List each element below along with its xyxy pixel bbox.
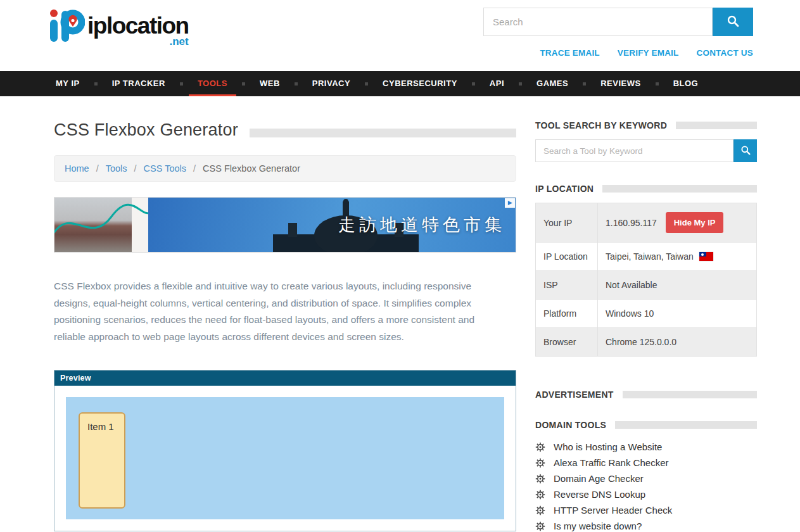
ip-location-value: Taipei, Taiwan, Taiwan	[606, 251, 694, 262]
nav-separator	[583, 82, 586, 86]
main-nav: MY IP IP TRACKER TOOLS WEB PRIVACY CYBER…	[0, 71, 800, 96]
domain-tool-link-reverse-dns[interactable]: Reverse DNS Lookup	[554, 489, 645, 500]
ad-main-image: 走訪地道特色市集	[148, 198, 516, 252]
table-row: ISP Not Available	[536, 271, 757, 300]
logo-wordmark: iplocation	[87, 13, 189, 39]
domain-tools-heading-text: DOMAIN TOOLS	[535, 420, 606, 430]
tool-description: CSS Flexbox provides a flexible and intu…	[54, 278, 501, 346]
title-row: CSS Flexbox Generator	[54, 120, 516, 140]
domain-tools-list: Who is Hosting a Website A	[535, 441, 757, 532]
breadcrumb-tools[interactable]: Tools	[89, 163, 127, 174]
title-decoration-bar	[250, 129, 516, 137]
gear-icon	[535, 521, 545, 531]
nav-separator	[472, 82, 475, 86]
nav-item-tools[interactable]: TOOLS	[189, 71, 236, 96]
nav-item-my-ip[interactable]: MY IP	[47, 71, 89, 96]
table-row: Browser Chrome 125.0.0.0	[536, 328, 757, 357]
domain-tool-link-hosting[interactable]: Who is Hosting a Website	[554, 441, 662, 452]
domain-tool-link-alexa[interactable]: Alexa Traffic Rank Checker	[554, 457, 668, 468]
header-search-input[interactable]	[483, 8, 713, 36]
contact-us-link[interactable]: CONTACT US	[697, 48, 754, 58]
gear-icon	[535, 442, 545, 452]
heading-decoration-bar	[623, 391, 757, 398]
nav-item-privacy[interactable]: PRIVACY	[303, 71, 359, 96]
nav-item-blog[interactable]: BLOG	[664, 71, 708, 96]
row-label: Platform	[536, 300, 598, 328]
domain-tool-link-domain-age[interactable]: Domain Age Checker	[554, 473, 644, 484]
gear-icon	[535, 474, 545, 484]
nav-item-api[interactable]: API	[481, 71, 513, 96]
row-label: Browser	[536, 328, 598, 357]
preview-body: Item 1	[54, 386, 516, 531]
domain-tool-link-http-header[interactable]: HTTP Server Header Check	[554, 505, 672, 516]
list-item: Reverse DNS Lookup	[535, 489, 757, 500]
sidebar: TOOL SEARCH BY KEYWORD IP LOCATION	[535, 120, 757, 532]
search-icon	[740, 145, 751, 157]
nav-separator	[94, 82, 98, 86]
trace-email-link[interactable]: TRACE EMAIL	[540, 48, 599, 58]
heading-decoration-bar	[615, 421, 757, 429]
table-row: IP Location Taipei, Taiwan, Taiwan	[536, 243, 757, 271]
nav-separator	[365, 82, 368, 86]
logo[interactable]: iplocation .net	[48, 6, 189, 49]
main-column: CSS Flexbox Generator Home Tools CSS Too…	[54, 120, 516, 532]
breadcrumb-home[interactable]: Home	[65, 163, 89, 174]
nav-item-reviews[interactable]: REVIEWS	[592, 71, 649, 96]
ip-location-heading-text: IP LOCATION	[535, 184, 594, 194]
ip-info-table: Your IP 1.160.95.117 Hide My IP IP Locat…	[535, 203, 757, 357]
site-header: iplocation .net TRACE EMAIL VERIFY EMAIL…	[0, 0, 800, 71]
nav-item-games[interactable]: GAMES	[528, 71, 577, 96]
gear-icon	[535, 458, 545, 468]
nav-item-web[interactable]: WEB	[251, 71, 289, 96]
gear-icon	[535, 505, 545, 516]
preview-panel: Preview Item 1	[54, 370, 516, 531]
table-row: Your IP 1.160.95.117 Hide My IP	[536, 203, 757, 243]
header-search-button[interactable]	[713, 8, 753, 36]
domain-tool-link-website-down[interactable]: Is my website down?	[554, 521, 642, 531]
tool-search-button[interactable]	[733, 139, 757, 162]
domain-tools-heading: DOMAIN TOOLS	[535, 420, 757, 430]
row-value: Taipei, Taiwan, Taiwan	[598, 243, 757, 271]
ip-location-heading: IP LOCATION	[535, 184, 757, 194]
ad-info-icon[interactable]	[505, 198, 515, 208]
hide-my-ip-button[interactable]: Hide My IP	[666, 212, 724, 233]
list-item: HTTP Server Header Check	[535, 505, 757, 516]
ad-banner[interactable]: 走訪地道特色市集	[54, 197, 516, 253]
nav-separator	[295, 82, 298, 86]
gear-icon	[535, 490, 545, 500]
flex-preview-container: Item 1	[66, 397, 504, 519]
flex-item-1[interactable]: Item 1	[79, 412, 125, 509]
preview-header: Preview	[54, 370, 516, 386]
nav-separator	[519, 82, 522, 86]
row-value: Chrome 125.0.0.0	[598, 328, 757, 357]
table-row: Platform Windows 10	[536, 300, 757, 328]
nav-separator	[180, 82, 183, 86]
ad-left-image	[54, 198, 132, 252]
ip-address-value: 1.160.95.117	[606, 218, 657, 228]
taiwan-flag-icon	[699, 252, 713, 261]
ad-headline: 走訪地道特色市集	[338, 213, 505, 236]
nav-item-ip-tracker[interactable]: IP TRACKER	[103, 71, 174, 96]
advertisement-heading: ADVERTISEMENT	[535, 390, 757, 400]
list-item: Is my website down?	[535, 521, 757, 531]
search-icon	[727, 15, 739, 29]
tool-search	[535, 139, 757, 162]
logo-text: iplocation .net	[87, 13, 189, 48]
breadcrumb-current: CSS Flexbox Generator	[186, 163, 300, 174]
row-label: IP Location	[536, 243, 598, 271]
row-value: Windows 10	[598, 300, 757, 328]
list-item: Alexa Traffic Rank Checker	[535, 457, 757, 468]
breadcrumb: Home Tools CSS Tools CSS Flexbox Generat…	[54, 155, 516, 182]
page-title: CSS Flexbox Generator	[54, 120, 238, 140]
nav-item-cybersecurity[interactable]: CYBERSECURITY	[374, 71, 466, 96]
tool-search-heading-text: TOOL SEARCH BY KEYWORD	[535, 120, 667, 130]
tool-search-input[interactable]	[535, 139, 733, 162]
list-item: Domain Age Checker	[535, 473, 757, 484]
breadcrumb-css-tools[interactable]: CSS Tools	[127, 163, 186, 174]
logo-icon	[48, 6, 85, 49]
row-value: Not Available	[598, 271, 757, 300]
page-content: CSS Flexbox Generator Home Tools CSS Too…	[0, 96, 800, 532]
tool-search-heading: TOOL SEARCH BY KEYWORD	[535, 120, 757, 130]
header-search	[483, 8, 753, 36]
verify-email-link[interactable]: VERIFY EMAIL	[618, 48, 679, 58]
